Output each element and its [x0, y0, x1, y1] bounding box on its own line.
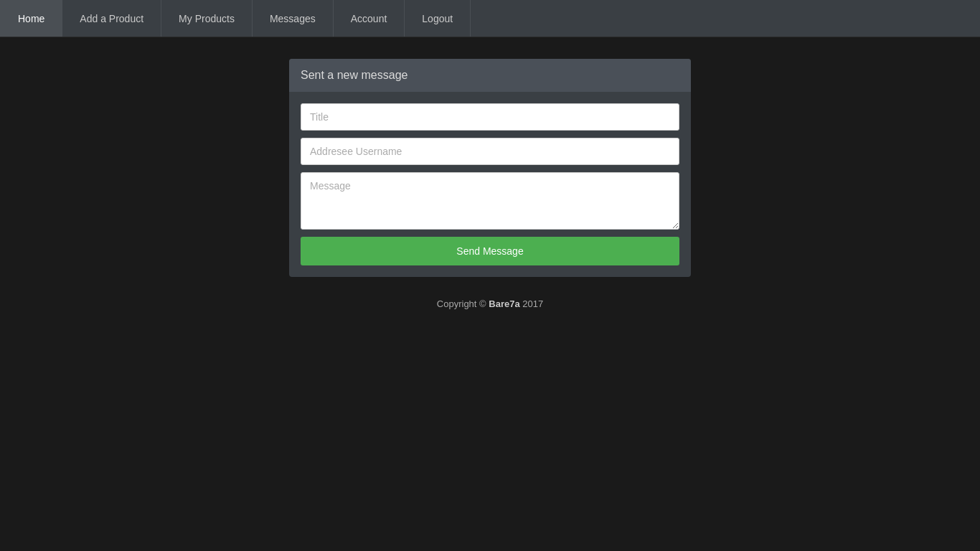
main-content: Sent a new message Send Message Copyrigh…	[0, 37, 980, 309]
footer-text: Copyright ©	[437, 298, 489, 309]
navbar: Home Add a Product My Products Messages …	[0, 0, 980, 37]
nav-messages[interactable]: Messages	[253, 0, 334, 37]
nav-home[interactable]: Home	[0, 0, 62, 37]
form-body: Send Message	[289, 92, 691, 277]
nav-account[interactable]: Account	[334, 0, 405, 37]
footer-year: 2017	[520, 298, 544, 309]
nav-my-products[interactable]: My Products	[161, 0, 253, 37]
footer: Copyright © Bare7a 2017	[437, 298, 543, 309]
send-message-button[interactable]: Send Message	[301, 237, 679, 265]
message-textarea[interactable]	[301, 172, 679, 230]
title-input[interactable]	[301, 103, 679, 131]
nav-add-product[interactable]: Add a Product	[62, 0, 161, 37]
addressee-input[interactable]	[301, 138, 679, 165]
nav-logout[interactable]: Logout	[405, 0, 471, 37]
form-header: Sent a new message	[289, 59, 691, 92]
footer-brand: Bare7a	[489, 298, 519, 309]
message-form-card: Sent a new message Send Message	[289, 59, 691, 277]
